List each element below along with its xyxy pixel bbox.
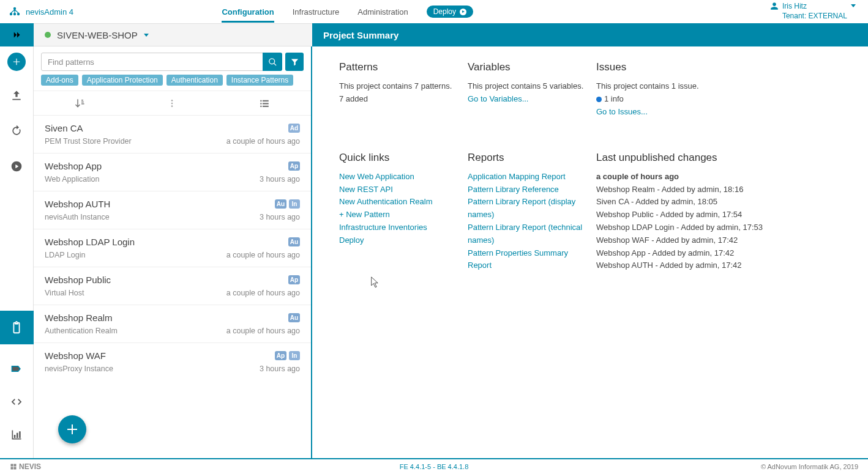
quicklinks-title: Quick links — [339, 149, 462, 166]
user-tenant: Tenant: EXTERNAL — [782, 12, 847, 21]
pattern-time: a couple of hours ago — [226, 137, 300, 146]
project-selector[interactable]: SIVEN-WEB-SHOP — [34, 23, 312, 46]
pattern-item[interactable]: Webshop LDAP LoginAuLDAP Logina couple o… — [34, 229, 311, 267]
badge: Ap — [288, 275, 300, 284]
pattern-time: a couple of hours ago — [226, 289, 300, 297]
pattern-time: 3 hours ago — [260, 365, 300, 373]
project-name: SIVEN-WEB-SHOP — [57, 30, 138, 40]
quick-link[interactable]: Infrastructure Inventories — [339, 221, 462, 234]
list-view-button[interactable] — [219, 91, 310, 115]
pattern-badges: Ap — [288, 161, 300, 171]
brand[interactable]: nevisAdmin 4 — [9, 7, 73, 17]
pattern-item[interactable]: Webshop WAFApInnevisProxy Instance3 hour… — [34, 343, 311, 380]
report-link[interactable]: Pattern Library Report (technical names) — [468, 221, 590, 247]
tab-infrastructure[interactable]: Infrastructure — [293, 2, 340, 21]
quick-link[interactable]: New Authentication Realm — [339, 196, 462, 209]
pattern-item[interactable]: Webshop PublicApVirtual Hosta couple of … — [34, 267, 311, 305]
variables-link[interactable]: Go to Variables... — [468, 93, 590, 106]
badge: In — [289, 199, 300, 209]
pattern-badges: Au — [288, 237, 300, 246]
top-bar: nevisAdmin 4 Configuration Infrastructur… — [0, 0, 868, 23]
pattern-type: nevisAuth Instance — [45, 213, 110, 221]
play-icon — [460, 9, 466, 15]
change-entry: Webshop WAF - Added by admin, 17:42 — [596, 234, 850, 247]
user-menu[interactable]: Iris Hitz Tenant: EXTERNAL — [770, 2, 856, 21]
issues-count: This project contains 1 issue. — [596, 80, 850, 93]
badge: Ad — [288, 124, 300, 133]
fab-add-pattern[interactable] — [58, 415, 86, 443]
add-button[interactable] — [7, 53, 26, 71]
pattern-badges: ApIn — [275, 351, 300, 360]
patterns-count: This project contains 7 patterns. — [339, 80, 462, 93]
reports-title: Reports — [468, 149, 590, 166]
search-input[interactable] — [41, 53, 282, 71]
user-name: Iris Hitz — [782, 2, 847, 12]
pattern-type: Web Application — [45, 175, 99, 183]
sort-button[interactable] — [34, 91, 125, 115]
badge: Ap — [275, 351, 286, 360]
version-label: FE 4.4.1-5 - BE 4.4.1.8 — [400, 463, 469, 470]
pattern-badges: AuIn — [275, 199, 300, 209]
changes-when: a couple of hours ago — [596, 171, 850, 183]
chevron-down-icon — [851, 4, 856, 7]
report-link[interactable]: Pattern Library Report (display names) — [468, 196, 590, 221]
pattern-time: a couple of hours ago — [226, 327, 300, 335]
deploy-label: Deploy — [433, 7, 456, 16]
quick-link[interactable]: Deploy — [339, 234, 462, 247]
more-button[interactable] — [127, 91, 218, 115]
issues-info: 1 info — [596, 93, 850, 106]
pattern-type: nevisProxy Instance — [45, 365, 113, 373]
status-dot — [45, 32, 51, 38]
chart-button[interactable] — [6, 424, 28, 446]
change-entry: Webshop App - Added by admin, 17:42 — [596, 247, 850, 260]
deploy-button[interactable]: Deploy — [427, 6, 473, 18]
pattern-item[interactable]: Siven CAAdPEM Trust Store Providera coup… — [34, 115, 311, 153]
quick-link[interactable]: + New Pattern — [339, 209, 462, 221]
tag-button[interactable] — [6, 358, 28, 380]
search-button[interactable] — [263, 53, 282, 71]
svg-point-5 — [171, 100, 173, 102]
pattern-item[interactable]: Webshop AUTHAuInnevisAuth Instance3 hour… — [34, 191, 311, 229]
left-panel: Add-onsApplication ProtectionAuthenticat… — [34, 46, 312, 458]
patterns-title: Patterns — [339, 59, 462, 75]
info-dot-icon — [596, 97, 602, 102]
pattern-item[interactable]: Webshop AppApWeb Application3 hours ago — [34, 153, 311, 191]
svg-point-7 — [171, 105, 173, 107]
patterns-added: 7 added — [339, 93, 462, 106]
upload-button[interactable] — [6, 84, 28, 106]
filter-chip[interactable]: Application Protection — [82, 75, 163, 86]
pattern-name: Webshop Public — [45, 275, 111, 285]
badge: Au — [288, 313, 300, 322]
pattern-badges: Ap — [288, 275, 300, 284]
refresh-button[interactable] — [6, 120, 28, 142]
tab-configuration[interactable]: Configuration — [222, 2, 274, 21]
quick-link[interactable]: New Web Application — [339, 171, 462, 183]
report-link[interactable]: Pattern Library Reference — [468, 183, 590, 196]
changes-title: Last unpublished changes — [596, 149, 850, 166]
tab-administration[interactable]: Administration — [357, 2, 408, 21]
pattern-time: 3 hours ago — [260, 175, 300, 183]
filter-chip[interactable]: Add-ons — [41, 75, 78, 86]
svg-point-1 — [10, 13, 12, 15]
quick-link[interactable]: New REST API — [339, 183, 462, 196]
filter-chip[interactable]: Authentication — [166, 75, 223, 86]
issues-link[interactable]: Go to Issues... — [596, 106, 850, 119]
run-button[interactable] — [6, 155, 28, 177]
pattern-item[interactable]: Webshop RealmAuAuthentication Realma cou… — [34, 305, 311, 343]
pattern-name: Webshop Realm — [45, 313, 113, 323]
list-toolbar — [34, 91, 311, 115]
svg-point-0 — [13, 7, 16, 10]
variables-count: This project contains 5 variables. — [468, 80, 590, 93]
filter-button[interactable] — [285, 53, 304, 71]
report-link[interactable]: Application Mapping Report — [468, 171, 590, 183]
sub-header: SIVEN-WEB-SHOP Project Summary — [0, 23, 868, 46]
pattern-time: 3 hours ago — [260, 213, 300, 221]
code-button[interactable] — [6, 391, 28, 413]
filter-chip[interactable]: Instance Patterns — [226, 75, 293, 86]
main: Add-onsApplication ProtectionAuthenticat… — [0, 46, 868, 458]
page-title: Project Summary — [312, 23, 868, 46]
user-icon — [770, 2, 779, 10]
clipboard-button[interactable] — [0, 311, 34, 344]
sidebar-toggle[interactable] — [0, 23, 34, 46]
report-link[interactable]: Pattern Properties Summary Report — [468, 247, 590, 273]
